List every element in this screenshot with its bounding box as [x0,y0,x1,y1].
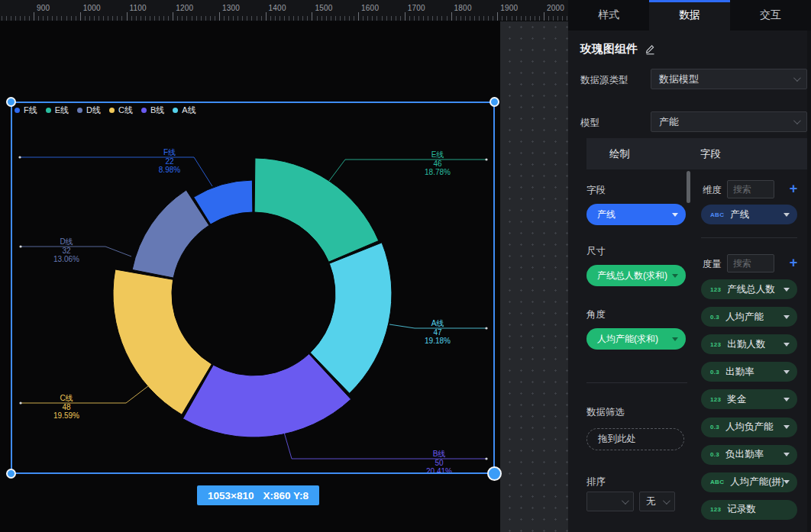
dimension-search-input[interactable] [727,180,774,198]
ruler-unit-label: 1300 [222,4,240,12]
ruler-tick [331,16,331,21]
ruler-tick [201,16,202,21]
edit-pencil-icon[interactable] [645,44,656,55]
ruler-tick [497,12,498,21]
resize-handle-top-left[interactable] [6,97,16,107]
ruler-tick [465,16,466,21]
field-pill-人均产能(拼)[interactable]: ABC人均产能(拼) [701,472,797,492]
field-pill-人均负产能[interactable]: 0.3人均负产能 [701,418,797,437]
field-pill-奖金[interactable]: 123奖金 [701,389,797,409]
sort-order-select[interactable]: 无 [639,492,675,511]
ruler-tick [6,16,7,21]
slice-label-name: A线 [431,319,444,327]
rose-chart-component[interactable]: E线4618.78%A线4719.18%B线5020.41%C线4819.59%… [0,21,500,532]
ruler-tick [488,16,489,21]
ruler-tick [38,16,39,21]
field-pill[interactable]: 产线 [586,204,686,225]
sort-field-select[interactable] [586,492,634,511]
field-pill-人均产能[interactable]: 0.3人均产能 [701,307,797,327]
ruler-tick [121,16,122,21]
resize-handle-top-right[interactable] [490,97,499,107]
slice-label-name: E线 [431,150,444,159]
ruler-tick [367,16,368,21]
horizontal-ruler[interactable]: 9001000110012001300140015001600170018001… [0,0,568,21]
datasource-type-select[interactable]: 数据模型 [651,69,807,89]
add-dimension-button[interactable]: + [787,183,800,195]
ruler-tick [192,16,192,21]
add-measure-button[interactable]: + [787,257,800,269]
legend-item[interactable]: E线 [46,105,69,116]
field-pill-产线总人数[interactable]: 123产线总人数 [701,279,797,299]
field-type-badge: 0.3 [710,314,719,321]
resize-handle-bottom-left[interactable] [6,469,16,479]
ruler-tick [159,16,160,21]
field-name: 人均产能(拼) [730,476,784,488]
ruler-tick [414,16,415,21]
ruler-tick [516,16,517,21]
legend-item[interactable]: F线 [15,105,37,116]
rose-slice-C线[interactable] [113,269,212,414]
legend-dot-icon [173,108,178,113]
model-select[interactable]: 产能 [651,111,807,132]
ruler-tick [71,16,72,21]
ruler-tick [493,16,493,21]
field-type-badge: 123 [710,341,721,348]
filter-dropzone[interactable]: 拖到此处 [586,428,684,450]
resize-handle-bottom-right[interactable] [487,466,502,481]
ruler-tick [11,16,11,21]
rose-slice-E线[interactable] [254,158,379,262]
measure-search-input[interactable] [727,254,774,272]
label-leader-line [20,157,212,186]
dimension-label: 维度 [703,184,722,197]
field-pill-出勤率[interactable]: 0.3出勤率 [701,362,797,382]
section-strip: 绘制 字段 [586,138,811,169]
tab-fields[interactable]: 字段 [700,138,721,169]
field-name: 产线总人数 [727,283,775,296]
legend-item[interactable]: B线 [141,105,164,116]
ruler-tick [447,16,448,21]
legend-label: D线 [86,105,101,116]
legend-item[interactable]: C线 [109,105,133,116]
data-filter-label: 数据筛选 [586,406,625,419]
angle-pill[interactable]: 人均产能(求和) [586,328,686,350]
legend-item[interactable]: D线 [77,105,101,116]
tab-draw[interactable]: 绘制 [609,138,630,169]
field-type-badge: 123 [710,396,721,403]
slice-label-name: B线 [433,450,446,458]
field-label: 字段 [586,184,606,197]
field-pill-产线[interactable]: ABC产线 [701,205,797,224]
ruler-tick [279,16,280,21]
ruler-unit-label: 1000 [83,4,101,12]
ruler-tick [163,16,164,21]
field-name: 人均负产能 [725,421,774,434]
ruler-tick [405,12,406,21]
field-pill-记录数[interactable]: 123记录数 [701,500,797,520]
settings-panel: 样式数据交互 玫瑰图组件 数据源类型 数据模型 模型 产能 绘制 字段 字段 产… [568,0,811,532]
ruler-tick [89,16,90,21]
ruler-tick [460,16,461,21]
column-scrollbar[interactable] [687,171,690,203]
field-pill-负出勤率[interactable]: 0.3负出勤率 [701,445,797,465]
dropdown-triangle-icon [672,274,678,278]
slice-label-value: 50 [435,459,444,467]
legend-dot-icon [15,108,20,113]
field-pill-出勤人数[interactable]: 123出勤人数 [701,334,797,354]
legend-dot-icon [46,108,51,113]
angle-label: 角度 [586,308,606,321]
legend-item[interactable]: A线 [173,105,195,116]
ruler-tick [344,16,345,21]
ruler-tick [349,16,350,21]
ruler-tick [502,16,502,21]
ruler-tick [233,16,234,21]
ruler-tick [437,16,438,21]
panel-tab-交互[interactable]: 交互 [730,0,811,31]
panel-tab-样式[interactable]: 样式 [568,0,649,31]
legend-dot-icon [141,108,147,113]
panel-tab-数据[interactable]: 数据 [649,0,730,31]
size-pill[interactable]: 产线总人数(求和) [586,265,686,286]
ruler-tick [251,16,252,21]
ruler-tick [99,16,99,21]
panel-scrollbar-track[interactable] [807,31,811,532]
label-leader-dot [18,156,21,158]
ruler-tick [293,16,294,21]
